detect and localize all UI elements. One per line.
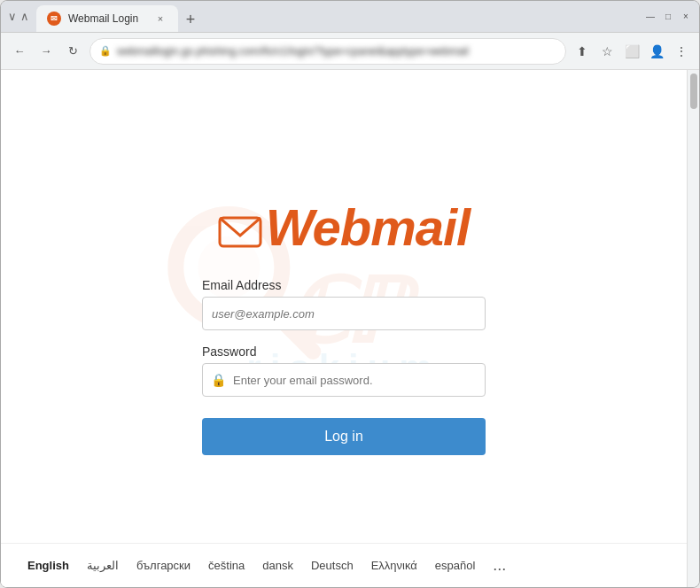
lang-german[interactable]: Deutsch [311, 559, 354, 572]
email-field-group: Email Address [202, 278, 486, 330]
password-field-group: Password 🔒 [202, 344, 486, 397]
scroll-thumb[interactable] [690, 74, 697, 109]
password-label: Password [202, 344, 486, 359]
lock-field-icon: 🔒 [211, 373, 226, 387]
lang-bulgarian[interactable]: български [136, 559, 191, 572]
title-bar: ∨ ∧ ✉ Webmail Login × + — □ × [1, 1, 699, 33]
address-bar: ← → ↻ 🔒 webmaillogin.go.phishing.com/ifs… [1, 33, 699, 70]
tab-area: ✉ Webmail Login × + [36, 1, 634, 32]
scrollbar[interactable] [687, 70, 699, 587]
lang-danish[interactable]: dansk [262, 559, 293, 572]
email-label: Email Address [202, 278, 486, 292]
tab-close-button[interactable]: × [153, 12, 167, 26]
reload-button[interactable]: ↻ [63, 42, 82, 61]
active-tab[interactable]: ✉ Webmail Login × [36, 5, 178, 32]
tab-title: Webmail Login [68, 12, 138, 25]
new-tab-button[interactable]: + [178, 7, 203, 32]
email-input[interactable] [202, 297, 486, 330]
extensions-icon[interactable]: ⬜ [623, 43, 641, 60]
password-input[interactable] [202, 363, 486, 397]
maximize-button[interactable]: □ [662, 11, 674, 23]
url-bar[interactable]: 🔒 webmaillogin.go.phishing.com/ifs/v1/lo… [89, 38, 566, 65]
url-text: webmaillogin.go.phishing.com/ifs/v1/logi… [117, 45, 556, 58]
login-button[interactable]: Log in [202, 418, 486, 455]
page-content: ℂℙ riskium Webmail [1, 70, 687, 587]
tab-favicon: ✉ [47, 12, 61, 26]
toolbar-icons: ⬆ ☆ ⬜ 👤 ⋮ [573, 43, 690, 60]
lang-spanish[interactable]: español [435, 559, 476, 572]
lang-arabic[interactable]: العربية [87, 559, 119, 572]
profile-icon[interactable]: 👤 [648, 43, 665, 60]
forward-button[interactable]: → [36, 42, 56, 61]
chevron-up-icon: ∨ [8, 10, 17, 23]
login-container: Webmail Email Address Password 🔒 [113, 202, 574, 455]
more-languages-button[interactable]: ... [493, 556, 506, 575]
browser-body: ℂℙ riskium Webmail [1, 70, 699, 587]
back-button[interactable]: ← [10, 42, 29, 61]
menu-icon[interactable]: ⋮ [673, 43, 690, 60]
minimize-button[interactable]: — [644, 11, 657, 23]
password-wrapper: 🔒 [202, 363, 486, 397]
lock-icon: 🔒 [99, 45, 112, 57]
lang-czech[interactable]: čeština [208, 559, 245, 572]
lang-english[interactable]: English [27, 559, 69, 572]
webmail-logo: Webmail [218, 198, 470, 256]
chevron-down-icon: ∧ [20, 10, 29, 23]
logo-area: Webmail [218, 202, 470, 253]
language-bar: English العربية български čeština dansk … [1, 543, 687, 587]
webmail-page: ℂℙ riskium Webmail [1, 70, 687, 587]
share-icon[interactable]: ⬆ [573, 43, 591, 60]
close-button[interactable]: × [680, 11, 692, 23]
browser-window: ∨ ∧ ✉ Webmail Login × + — □ × ← → ↻ 🔒 we… [0, 0, 700, 588]
bookmark-icon[interactable]: ☆ [598, 43, 616, 60]
window-controls: — □ × [644, 11, 692, 23]
lang-greek[interactable]: Ελληνικά [371, 559, 417, 572]
